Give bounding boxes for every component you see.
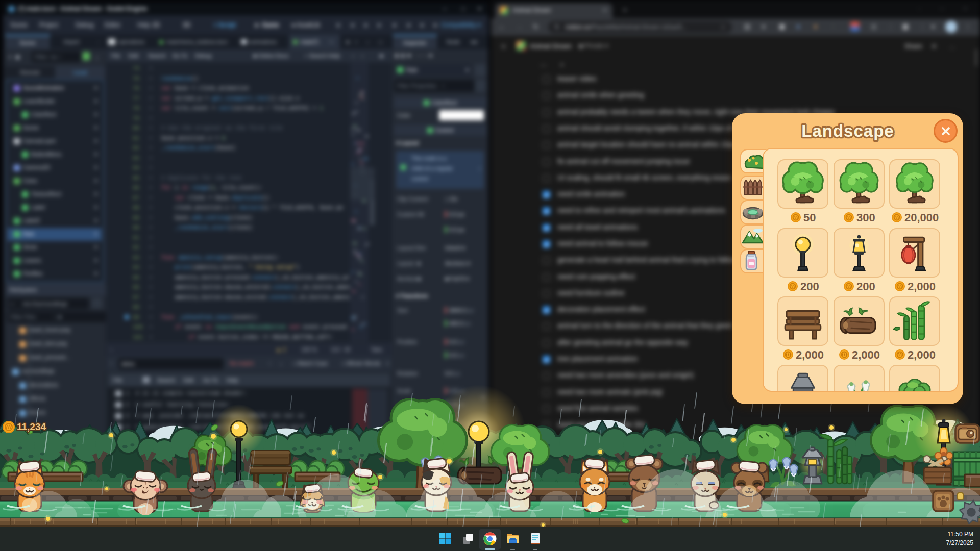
- svg-text:50: 50: [803, 211, 816, 224]
- svg-text:200: 200: [856, 280, 875, 293]
- svg-text:20,000: 20,000: [904, 211, 939, 224]
- svg-text:11,234: 11,234: [17, 421, 46, 432]
- svg-text:2,000: 2,000: [852, 348, 880, 361]
- svg-text:Landscape: Landscape: [801, 121, 894, 140]
- svg-text:300: 300: [856, 211, 875, 224]
- svg-text:2,000: 2,000: [796, 348, 824, 361]
- svg-text:2,000: 2,000: [908, 348, 936, 361]
- svg-text:2,000: 2,000: [908, 280, 936, 293]
- svg-text:200: 200: [800, 280, 819, 293]
